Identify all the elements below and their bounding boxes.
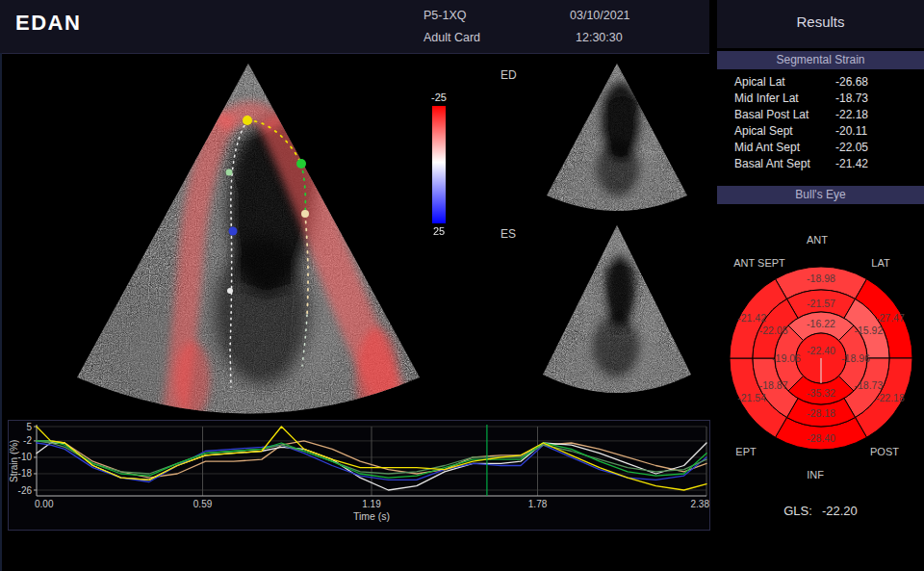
segment-value: -21.42 xyxy=(835,156,924,172)
results-title: Results xyxy=(717,13,924,30)
bullseye-value: -28.18 xyxy=(807,407,835,419)
bullseye-value: -21.42 xyxy=(737,312,766,324)
bullseye-value: -19.06 xyxy=(772,352,801,364)
bullseye-region-label: EPT xyxy=(735,446,757,457)
bullseye-value: -28.40 xyxy=(807,432,835,444)
results-header: Results xyxy=(717,0,924,48)
bulls-eye-section-header[interactable]: Bull's Eye xyxy=(717,186,924,204)
bullseye-region-label: ANT SEPT xyxy=(733,257,785,269)
colorbar-min-label: 25 xyxy=(420,225,458,237)
table-row: Basal Post Lat-22.18 xyxy=(717,107,924,123)
x-tick-label: 0.00 xyxy=(35,499,54,509)
bullseye-value: -22.18 xyxy=(876,392,905,403)
colorbar-max-label: -25 xyxy=(420,91,458,103)
bullseye-value: -18.98 xyxy=(807,273,835,284)
bullseye-region-label: POST xyxy=(870,446,899,457)
date-display: 03/10/2021 xyxy=(570,9,630,22)
bullseye-value: -21.54 xyxy=(737,392,766,403)
segmental-strain-section-header[interactable]: Segmental Strain xyxy=(717,51,924,69)
bullseye-value: -22.05 xyxy=(759,324,788,336)
contour-marker[interactable] xyxy=(296,159,306,169)
edan-logo: EDAN xyxy=(15,11,81,36)
bullseye-value: -22.40 xyxy=(807,345,835,356)
segment-value: -26.68 xyxy=(835,74,924,91)
gls-value: -22.20 xyxy=(822,504,858,518)
gls-result: GLS:-22.20 xyxy=(717,504,924,518)
table-row: Basal Ant Sept-21.42 xyxy=(717,156,924,172)
bullseye-region-label: ANT xyxy=(807,234,828,246)
results-panel: Results Segmental Strain Apical Lat-26.6… xyxy=(717,0,924,571)
contour-marker[interactable] xyxy=(227,288,233,294)
x-tick-label: 1.78 xyxy=(528,499,548,509)
x-tick-label: 1.19 xyxy=(362,499,381,509)
main-ultrasound-image[interactable] xyxy=(29,60,433,418)
table-row: Mid Infer Lat-18.73 xyxy=(717,91,924,107)
bullseye-value: -27.47 xyxy=(876,312,905,324)
segment-label: Basal Ant Sept xyxy=(717,156,835,172)
bullseye-value: -18.73 xyxy=(854,379,883,391)
bullseye-value: -35.32 xyxy=(807,387,835,399)
segmental-strain-table: Apical Lat-26.68Mid Infer Lat-18.73Basal… xyxy=(717,74,924,172)
contour-marker[interactable] xyxy=(226,169,233,176)
contour-marker[interactable] xyxy=(243,116,252,125)
left-edge-strip xyxy=(0,53,2,571)
es-frame-label: ES xyxy=(500,227,516,241)
time-display: 12:30:30 xyxy=(576,31,623,44)
bullseye-value: -21.57 xyxy=(807,298,835,309)
y-tick-label: -26 xyxy=(18,485,33,496)
segment-label: Basal Post Lat xyxy=(717,107,835,123)
table-row: Apical Lat-26.68 xyxy=(717,74,924,91)
bullseye-value: -15.92 xyxy=(854,324,883,336)
segment-label: Apical Lat xyxy=(717,74,835,91)
segment-label: Mid Ant Sept xyxy=(717,140,835,156)
x-tick-label: 2.38 xyxy=(691,499,709,509)
y-tick-label: -2 xyxy=(23,435,32,446)
bullseye-value: -16.22 xyxy=(807,318,835,329)
x-tick-label: 0.59 xyxy=(193,499,213,509)
table-row: Mid Ant Sept-22.05 xyxy=(717,140,924,156)
ed-frame-label: ED xyxy=(500,68,517,82)
es-frame-thumbnail[interactable] xyxy=(531,222,703,398)
gls-label: GLS: xyxy=(783,504,812,518)
bulls-eye-plot: -18.98-27.47-22.18-28.40-21.54-21.42-21.… xyxy=(717,207,924,496)
segment-value: -20.11 xyxy=(835,123,924,140)
header-bar: EDAN P5-1XQ Adult Card 03/10/2021 12:30:… xyxy=(0,0,709,54)
y-tick-label: 5 xyxy=(26,422,32,432)
segment-value: -18.73 xyxy=(835,91,924,107)
ed-frame-thumbnail[interactable] xyxy=(531,61,703,215)
segment-value: -22.18 xyxy=(835,107,924,123)
ultrasound-fan xyxy=(29,60,433,418)
strain-curve-chart[interactable]: 5-2-10-18-260.000.591.191.782.38Time (s)… xyxy=(8,420,710,531)
bullseye-region-label: INF xyxy=(807,469,824,480)
x-axis-title: Time (s) xyxy=(353,510,390,522)
bullseye-region-label: LAT xyxy=(871,257,890,269)
y-axis-title: Strain (%) xyxy=(9,440,19,482)
bullseye-value: -18.96 xyxy=(841,352,870,364)
table-row: Apical Sept-20.11 xyxy=(717,123,924,140)
contour-marker[interactable] xyxy=(301,210,309,218)
contour-marker[interactable] xyxy=(229,227,238,236)
bullseye-value: -18.87 xyxy=(759,379,788,391)
probe-name[interactable]: P5-1XQ xyxy=(424,9,466,22)
segment-label: Mid Infer Lat xyxy=(717,91,835,107)
y-tick-label: -18 xyxy=(18,468,33,479)
y-tick-label: -10 xyxy=(18,452,33,462)
exam-preset[interactable]: Adult Card xyxy=(424,31,480,44)
strain-colorbar xyxy=(432,106,446,223)
segment-label: Apical Sept xyxy=(717,123,835,140)
segment-value: -22.05 xyxy=(835,140,924,156)
